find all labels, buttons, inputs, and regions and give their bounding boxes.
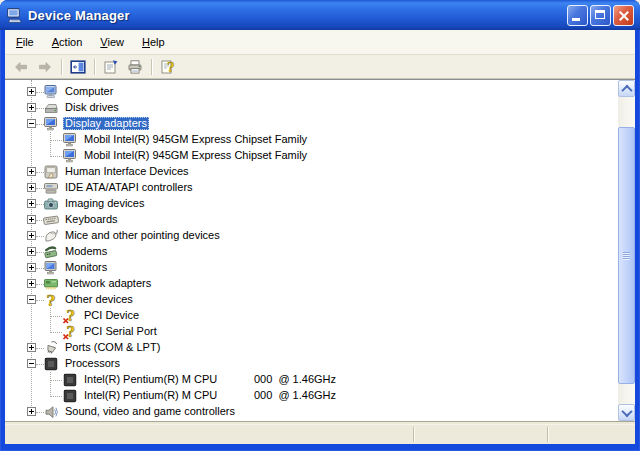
tree-item-label[interactable]: Monitors [63, 261, 109, 274]
tree-item-label[interactable]: PCI Serial Port [82, 325, 159, 338]
expand-toggle[interactable] [27, 263, 36, 272]
status-section [548, 425, 635, 444]
tree-connector-line [50, 140, 62, 141]
tree-item-label[interactable]: Imaging devices [63, 197, 147, 210]
expand-toggle[interactable] [27, 87, 36, 96]
scroll-down-button[interactable] [618, 404, 635, 421]
tree-item-label[interactable]: Sound, video and game controllers [63, 405, 237, 418]
expand-toggle[interactable] [27, 167, 36, 176]
hid-icon [43, 164, 59, 180]
device-tree: ComputerDisk drivesDisplay adaptersMobil… [5, 80, 635, 421]
tree-item[interactable]: Ports (COM & LPT) [5, 340, 635, 356]
help-button[interactable]: ? [157, 57, 179, 77]
expand-toggle[interactable] [27, 199, 36, 208]
vertical-scrollbar[interactable] [618, 80, 635, 421]
tree-item[interactable]: Modems [5, 244, 635, 260]
window-title: Device Manager [28, 8, 567, 23]
expand-toggle[interactable] [27, 279, 36, 288]
tree-item-label[interactable]: Mice and other pointing devices [63, 229, 222, 242]
back-button [10, 57, 32, 77]
close-button[interactable] [613, 5, 634, 26]
tree-item[interactable]: Processors [5, 356, 635, 372]
menu-item-file[interactable]: File [7, 33, 43, 51]
tree-item-label[interactable]: Ports (COM & LPT) [63, 341, 162, 354]
tree-item-label[interactable]: Computer [63, 85, 115, 98]
expand-toggle[interactable] [27, 247, 36, 256]
tree-item[interactable]: Disk drives [5, 100, 635, 116]
computer-icon [43, 84, 59, 100]
tree-item-label[interactable]: Keyboards [63, 213, 120, 226]
display-adapter-icon [43, 116, 59, 132]
port-icon [43, 340, 59, 356]
collapse-toggle[interactable] [27, 295, 36, 304]
tree-item[interactable]: Network adapters [5, 276, 635, 292]
tree-item[interactable]: Mobil Intel(R) 945GM Express Chipset Fam… [5, 148, 635, 164]
menu-item-action[interactable]: Action [43, 33, 92, 51]
tree-item-label[interactable]: Human Interface Devices [63, 165, 191, 178]
menu-item-help[interactable]: Help [133, 33, 174, 51]
tree-item[interactable]: ?PCI Device [5, 308, 635, 324]
tree-item-label[interactable]: PCI Device [82, 309, 141, 322]
tree-item[interactable]: Mice and other pointing devices [5, 228, 635, 244]
expand-toggle[interactable] [27, 231, 36, 240]
tree-item-label[interactable]: Processors [63, 357, 122, 370]
tree-item[interactable]: IDE ATA/ATAPI controllers [5, 180, 635, 196]
minimize-button[interactable] [567, 5, 588, 26]
tree-item[interactable]: Display adapters [5, 116, 635, 132]
device-manager-window: Device Manager FileActionViewHelp ? Comp… [0, 0, 640, 451]
expand-toggle[interactable] [27, 183, 36, 192]
scrollbar-thumb[interactable] [618, 127, 635, 384]
tree-item[interactable]: Keyboards [5, 212, 635, 228]
print-button[interactable] [124, 57, 146, 77]
title-bar[interactable]: Device Manager [0, 0, 640, 30]
tree-item-label[interactable]: Mobil Intel(R) 945GM Express Chipset Fam… [82, 133, 309, 146]
display-adapter-icon [62, 132, 78, 148]
tree-item[interactable]: Intel(R) Pentium(R) M CPU 000 @ 1.46GHz [5, 388, 635, 404]
tree-connector-line [50, 380, 62, 381]
status-section [5, 425, 413, 444]
collapse-toggle[interactable] [27, 359, 36, 368]
tree-item-label[interactable]: Display adapters [63, 117, 149, 130]
tree-item[interactable]: Human Interface Devices [5, 164, 635, 180]
tree-item[interactable]: Imaging devices [5, 196, 635, 212]
tree-item-label[interactable]: Network adapters [63, 277, 153, 290]
device-tree-view: ComputerDisk drivesDisplay adaptersMobil… [5, 79, 635, 422]
tree-item[interactable]: Mobil Intel(R) 945GM Express Chipset Fam… [5, 132, 635, 148]
tree-item[interactable]: Sound, video and game controllers [5, 404, 635, 420]
show-console-tree-button[interactable] [67, 57, 89, 77]
tree-item[interactable]: Computer [5, 84, 635, 100]
minimize-icon [572, 18, 580, 21]
scrollbar-track[interactable] [618, 97, 635, 404]
console-tree-icon [70, 59, 86, 75]
toolbar: ? [5, 55, 635, 79]
expand-toggle[interactable] [27, 103, 36, 112]
tree-connector-line [50, 156, 62, 157]
help-icon: ? [160, 59, 176, 75]
tree-item-label[interactable]: IDE ATA/ATAPI controllers [63, 181, 195, 194]
processor-icon [62, 372, 78, 388]
tree-item[interactable]: Monitors [5, 260, 635, 276]
menu-item-view[interactable]: View [91, 33, 133, 51]
svg-text:?: ? [167, 61, 174, 75]
scroll-up-button[interactable] [618, 80, 635, 97]
tree-item-label[interactable]: Intel(R) Pentium(R) M CPU 000 @ 1.46GHz [82, 373, 338, 386]
properties-button[interactable] [100, 57, 122, 77]
tree-item-label[interactable]: Mobil Intel(R) 945GM Express Chipset Fam… [82, 149, 309, 162]
display-adapter-icon [62, 148, 78, 164]
expand-toggle[interactable] [27, 215, 36, 224]
sound-icon [43, 404, 59, 420]
maximize-button[interactable] [590, 5, 611, 26]
tree-item[interactable]: Intel(R) Pentium(R) M CPU 000 @ 1.46GHz [5, 372, 635, 388]
expand-toggle[interactable] [27, 343, 36, 352]
collapse-toggle[interactable] [27, 119, 36, 128]
status-section [414, 425, 547, 444]
tree-item[interactable]: ?Other devices [5, 292, 635, 308]
tree-item-label[interactable]: Intel(R) Pentium(R) M CPU 000 @ 1.46GHz [82, 389, 338, 402]
expand-toggle[interactable] [27, 407, 36, 416]
tree-item-label[interactable]: Disk drives [63, 101, 121, 114]
tree-item-label[interactable]: Modems [63, 245, 109, 258]
tree-item-label[interactable]: Other devices [63, 293, 135, 306]
status-bar [5, 424, 635, 444]
tree-connector-line [50, 316, 62, 317]
tree-item[interactable]: ?PCI Serial Port [5, 324, 635, 340]
